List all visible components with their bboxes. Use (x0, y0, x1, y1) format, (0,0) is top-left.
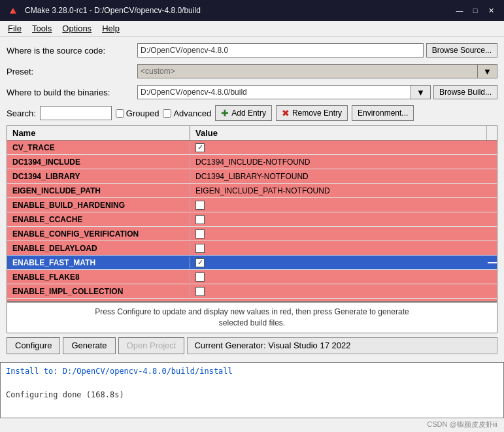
browse-build-button[interactable]: Browse Build... (433, 85, 497, 99)
cell-checkbox[interactable] (195, 229, 205, 239)
status-line1: Press Configure to update and display ne… (95, 307, 409, 316)
table-row[interactable]: DC1394_INCLUDEDC1394_INCLUDE-NOTFOUND (7, 155, 497, 169)
environment-label: Environment... (358, 108, 408, 118)
preset-dropdown[interactable]: ▼ (478, 64, 497, 78)
cell-value: DC1394_INCLUDE-NOTFOUND (190, 156, 497, 168)
table-row[interactable]: CV_TRACE (7, 141, 497, 155)
add-icon: ✚ (221, 108, 229, 118)
cell-checkbox[interactable] (195, 215, 205, 224)
grouped-label: Grouped (126, 108, 160, 118)
app-icon: 🔺 (7, 5, 20, 17)
status-line2: selected build files. (219, 318, 285, 327)
cell-value (190, 242, 497, 254)
watermark: CSDN @椒颜皮皮虾iii (427, 420, 497, 429)
advanced-label: Advanced (173, 108, 211, 118)
source-row: Where is the source code: Browse Source.… (7, 42, 497, 59)
cell-value (190, 214, 497, 225)
table-row[interactable]: ENABLE_CCACHE (7, 212, 497, 227)
advanced-checkbox[interactable] (163, 109, 171, 118)
cell-value: DC1394_LIBRARY-NOTFOUND (190, 171, 497, 182)
cell-value (190, 142, 497, 154)
table-row[interactable]: ENABLE_FLAKE8 (7, 270, 497, 284)
grouped-checkbox[interactable] (116, 109, 124, 118)
table-row[interactable]: ENABLE_FAST_MATH (7, 256, 497, 270)
search-label: Search: (7, 108, 36, 118)
search-row: Search: Grouped Advanced ✚ Add Entry ✖ R… (7, 105, 497, 122)
cell-name: ENABLE_CCACHE (7, 214, 190, 225)
cell-checkbox[interactable] (195, 287, 205, 296)
cell-checkbox[interactable] (195, 258, 205, 267)
table-row[interactable]: ENABLE_CONFIG_VERIFICATION (7, 227, 497, 241)
table-row[interactable]: ENABLE_IMPL_COLLECTION (7, 284, 497, 299)
preset-label: Preset: (7, 67, 137, 76)
table-row[interactable]: EIGEN_INCLUDE_PATHEIGEN_INCLUDE_PATH-NOT… (7, 184, 497, 198)
remove-entry-label: Remove Entry (292, 108, 342, 118)
browse-source-button[interactable]: Browse Source... (426, 43, 497, 58)
cell-value (190, 228, 497, 240)
cell-name: ENABLE_DELAYLOAD (7, 242, 190, 254)
configure-button[interactable]: Configure (7, 337, 60, 354)
advanced-checkbox-label[interactable]: Advanced (163, 108, 211, 118)
status-bar: Press Configure to update and display ne… (7, 302, 497, 333)
maximize-button[interactable]: □ (469, 4, 482, 17)
cell-checkbox[interactable] (195, 143, 205, 152)
selected-indicator (488, 262, 497, 263)
menu-bar: File Tools Options Help (0, 21, 504, 37)
binaries-input[interactable] (137, 85, 411, 99)
table-row[interactable]: ENABLE_INSTRUMENTATION (7, 299, 497, 302)
cell-name: CV_TRACE (7, 142, 190, 154)
table-row[interactable]: ENABLE_BUILD_HARDENING (7, 198, 497, 212)
open-project-button: Open Project (118, 337, 185, 354)
col-name-header: Name (7, 126, 190, 140)
button-row: Configure Generate Open Project Current … (7, 337, 497, 354)
cell-checkbox[interactable] (195, 201, 205, 210)
cell-name: DC1394_INCLUDE (7, 156, 190, 168)
preset-input[interactable] (137, 64, 478, 78)
cell-name: ENABLE_FAST_MATH (7, 257, 190, 269)
title-bar: 🔺 CMake 3.28.0-rc1 - D:/OpenCV/opencv-4.… (0, 0, 504, 21)
add-entry-label: Add Entry (231, 108, 266, 118)
add-entry-button[interactable]: ✚ Add Entry (215, 105, 272, 121)
remove-icon: ✖ (282, 108, 290, 118)
binaries-row: Where to build the binaries: ▼ Browse Bu… (7, 84, 497, 101)
main-content: Where is the source code: Browse Source.… (0, 37, 504, 362)
generator-label: Current Generator: Visual Studio 17 2022 (187, 337, 497, 354)
menu-tools[interactable]: Tools (27, 22, 57, 35)
log-line: Configuring done (168.8s) (6, 389, 498, 401)
menu-help[interactable]: Help (97, 22, 125, 35)
cell-checkbox[interactable] (195, 301, 205, 303)
grouped-checkbox-label[interactable]: Grouped (116, 108, 160, 118)
cell-name: ENABLE_BUILD_HARDENING (7, 199, 190, 211)
cell-value: EIGEN_INCLUDE_PATH-NOTFOUND (190, 185, 497, 197)
search-input[interactable] (40, 106, 112, 120)
cell-value (190, 257, 488, 269)
generate-button[interactable]: Generate (63, 337, 115, 354)
minimize-button[interactable]: — (453, 4, 466, 17)
col-value-header: Value (190, 126, 486, 140)
cell-name: ENABLE_INSTRUMENTATION (7, 300, 190, 303)
cell-name: ENABLE_CONFIG_VERIFICATION (7, 228, 190, 240)
cell-name: EIGEN_INCLUDE_PATH (7, 185, 190, 197)
source-input[interactable] (137, 43, 424, 58)
menu-options[interactable]: Options (57, 22, 97, 35)
cell-checkbox[interactable] (195, 273, 205, 282)
menu-file[interactable]: File (3, 22, 27, 35)
cell-checkbox[interactable] (195, 244, 205, 253)
cell-name: DC1394_LIBRARY (7, 171, 190, 182)
table-header: Name Value (7, 126, 497, 141)
binaries-label: Where to build the binaries: (7, 88, 137, 97)
cell-value (190, 199, 497, 211)
preset-row: Preset: ▼ (7, 63, 497, 80)
entries-table[interactable]: Name Value CV_TRACEDC1394_INCLUDEDC1394_… (7, 125, 497, 302)
remove-entry-button[interactable]: ✖ Remove Entry (276, 105, 348, 121)
window-title: CMake 3.28.0-rc1 - D:/OpenCV/opencv-4.8.… (25, 6, 453, 15)
cell-name: ENABLE_FLAKE8 (7, 271, 190, 283)
table-row[interactable]: ENABLE_DELAYLOAD (7, 241, 497, 256)
binaries-dropdown[interactable]: ▼ (411, 85, 431, 99)
log-line: Install to: D:/OpenCV/opencv-4.8.0/build… (6, 365, 498, 377)
log-area[interactable]: Install to: D:/OpenCV/opencv-4.8.0/build… (0, 362, 504, 418)
close-button[interactable]: ✕ (484, 4, 497, 17)
table-row[interactable]: DC1394_LIBRARYDC1394_LIBRARY-NOTFOUND (7, 169, 497, 184)
environment-button[interactable]: Environment... (352, 105, 414, 121)
log-line (6, 377, 498, 389)
